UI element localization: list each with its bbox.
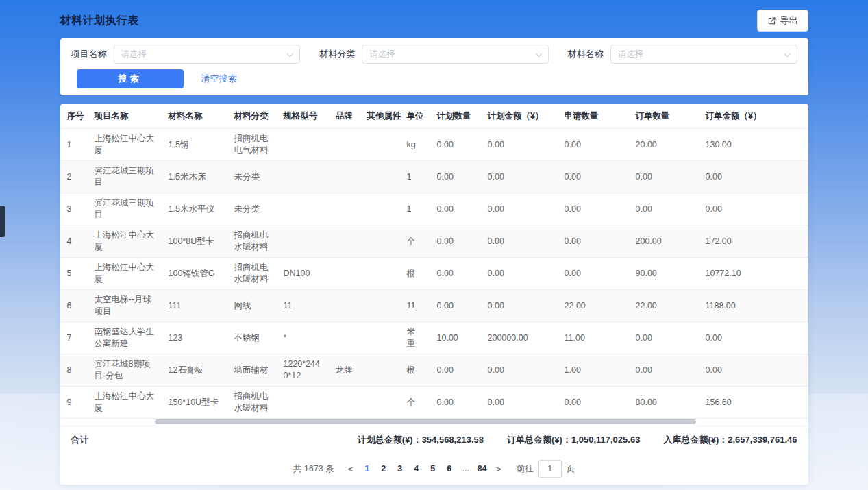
filter-field-project: 项目名称 请选择 <box>71 45 301 64</box>
table-cell <box>277 193 329 225</box>
search-button[interactable]: 搜索 <box>77 69 184 88</box>
column-header: 项目名称 <box>88 104 162 129</box>
select-placeholder: 请选择 <box>618 49 644 60</box>
table-cell <box>360 129 400 161</box>
table-row[interactable]: 5上海松江中心大厦100铸铁管G招商机电水暖材料DN100根0.000.000.… <box>60 258 808 290</box>
export-label: 导出 <box>780 14 798 27</box>
table-cell: 网线 <box>227 290 277 322</box>
table-cell: 南钢盛达大学生公寓新建 <box>88 322 162 354</box>
table-cell: 0.00 <box>481 290 558 322</box>
table-cell: 172.00 <box>699 225 808 258</box>
table-cell: 1188.00 <box>699 290 808 322</box>
column-header: 序号 <box>60 104 88 129</box>
table-cell: 招商机电电气材料 <box>227 129 277 161</box>
pagination-page[interactable]: 3 <box>392 460 408 478</box>
table-row[interactable]: 7南钢盛达大学生公寓新建123不锈钢*米重10.00200000.0011.00… <box>60 322 808 354</box>
clear-search-link[interactable]: 清空搜索 <box>201 73 237 85</box>
table-cell: 90.00 <box>629 258 699 290</box>
pagination-page[interactable]: 5 <box>425 460 441 478</box>
table-row[interactable]: 9上海松江中心大厦150*10U型卡招商机电水暖材料个0.000.000.008… <box>60 387 808 419</box>
table-cell: 100铸铁管G <box>162 258 227 290</box>
table-cell <box>360 322 400 354</box>
table-cell <box>360 387 400 419</box>
table-cell: 滨江花城8期项目-分包 <box>88 354 162 387</box>
table-cell: 0.00 <box>430 258 481 290</box>
pagination-prev-button[interactable]: < <box>343 464 359 474</box>
table-cell: 0.00 <box>558 129 629 161</box>
table-cell: 0.00 <box>430 225 481 258</box>
pagination-ellipsis: ... <box>458 460 474 478</box>
table-cell: 20.00 <box>629 129 699 161</box>
table-cell <box>329 129 360 161</box>
table-cell: 0.00 <box>558 387 629 419</box>
filter-card: 项目名称 请选择 材料分类 请选择 材料名称 请选择 <box>60 38 808 95</box>
goto-page-input[interactable] <box>538 460 562 478</box>
table-cell: 0.00 <box>481 354 558 387</box>
pagination-page[interactable]: 2 <box>375 460 392 478</box>
table-cell: 22.00 <box>629 290 699 322</box>
table-cell <box>329 290 360 322</box>
main-container: 材料计划执行表 导出 项目名称 请选择 材料分类 请选择 <box>60 0 808 485</box>
horizontal-scrollbar[interactable] <box>155 419 696 424</box>
pagination-page[interactable]: 1 <box>359 460 375 478</box>
filter-actions: 搜索 清空搜索 <box>71 69 797 88</box>
column-header: 规格型号 <box>277 104 329 129</box>
column-header: 单位 <box>400 104 430 129</box>
table-row[interactable]: 6太空电梯--月球项目111网线11110.000.0022.0022.0011… <box>60 290 808 322</box>
table-cell: 0.00 <box>699 354 808 387</box>
table-cell: 156.60 <box>699 387 808 419</box>
table-cell: 3 <box>60 193 88 225</box>
table-row[interactable]: 1上海松江中心大厦1.5钢招商机电电气材料kg0.000.000.0020.00… <box>60 129 808 161</box>
table-cell: * <box>277 322 329 354</box>
table-cell: 0.00 <box>629 322 699 354</box>
table-cell: 未分类 <box>227 161 277 193</box>
table-cell: 10772.10 <box>699 258 808 290</box>
table-cell: 0.00 <box>481 129 558 161</box>
pagination-page[interactable]: 6 <box>441 460 458 478</box>
pagination-total: 共 1673 条 <box>293 463 334 475</box>
page-title: 材料计划执行表 <box>60 14 140 28</box>
table-cell: 太空电梯--月球项目 <box>88 290 162 322</box>
project-name-select[interactable]: 请选择 <box>114 45 301 64</box>
pagination-page[interactable]: 84 <box>474 460 491 478</box>
table-cell <box>360 193 400 225</box>
goto-prefix: 前往 <box>517 463 534 475</box>
export-icon <box>767 16 776 25</box>
table-cell: 个 <box>400 387 430 419</box>
filter-row: 项目名称 请选择 材料分类 请选择 材料名称 请选择 <box>71 45 797 64</box>
order-total-amount: 订单总金额(¥)：1,050,117,025.63 <box>507 434 640 446</box>
table-cell <box>360 290 400 322</box>
pagination-next-button[interactable]: > <box>491 464 507 474</box>
table-cell: 123 <box>162 322 227 354</box>
table-row[interactable]: 8滨江花城8期项目-分包12石膏板墙面辅材1220*2440*12龙牌根0.00… <box>60 354 808 387</box>
table-row[interactable]: 3滨江花城三期项目1.5米水平仪未分类10.000.000.000.000.00 <box>60 193 808 225</box>
table-cell <box>329 161 360 193</box>
table-cell: 招商机电水暖材料 <box>227 258 277 290</box>
material-category-select[interactable]: 请选择 <box>362 45 549 64</box>
chevron-down-icon <box>287 50 294 57</box>
table-cell: 8 <box>60 354 88 387</box>
table-cell: 6 <box>60 290 88 322</box>
summary-row: 合计 计划总金额(¥)：354,568,213.58 订单总金额(¥)：1,05… <box>60 426 808 453</box>
table-cell: 0.00 <box>699 161 808 193</box>
table-header-row: 序号项目名称材料名称材料分类规格型号品牌其他属性单位计划数量计划金额（¥）申请数… <box>60 104 808 129</box>
table-cell: 12石膏板 <box>162 354 227 387</box>
table-cell: 0.00 <box>699 322 808 354</box>
side-drawer-handle[interactable] <box>0 206 5 237</box>
table-cell: 滨江花城三期项目 <box>88 193 162 225</box>
table-cell: kg <box>400 129 430 161</box>
column-header: 品牌 <box>329 104 360 129</box>
table-row[interactable]: 4上海松江中心大厦100*8U型卡招商机电水暖材料个0.000.000.0020… <box>60 225 808 258</box>
table-cell: 0.00 <box>481 225 558 258</box>
export-button[interactable]: 导出 <box>757 10 808 32</box>
table-cell: 招商机电水暖材料 <box>227 387 277 419</box>
table-row[interactable]: 2滨江花城三期项目1.5米木床未分类10.000.000.000.000.00 <box>60 161 808 193</box>
table-cell: 0.00 <box>481 258 558 290</box>
column-header: 其他属性 <box>360 104 400 129</box>
table-cell <box>277 161 329 193</box>
material-name-select[interactable]: 请选择 <box>610 45 797 64</box>
table-cell: 未分类 <box>227 193 277 225</box>
table-cell: 0.00 <box>430 193 481 225</box>
pagination-page[interactable]: 4 <box>408 460 425 478</box>
material-plan-table: 序号项目名称材料名称材料分类规格型号品牌其他属性单位计划数量计划金额（¥）申请数… <box>60 104 808 419</box>
